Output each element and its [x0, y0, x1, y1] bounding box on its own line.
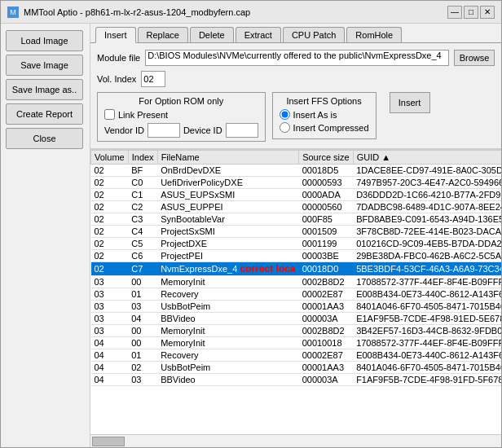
table-cell: MemoryInit [157, 276, 299, 288]
table-cell: E008B434-0E73-440C-8612-A143F6 [353, 288, 501, 301]
table-row[interactable]: 0303UsbBotPeim00001AA38401A046-6F70-4505… [91, 301, 502, 313]
main-window: M MMTool Aptio - p8h61-m-lx-r2-asus-1204… [0, 0, 502, 448]
create-report-button[interactable]: Create Report [6, 103, 83, 125]
tab-replace[interactable]: Replace [138, 27, 188, 42]
table-cell: 00 [128, 276, 157, 288]
insert-compressed-radio[interactable] [280, 122, 290, 133]
table-cell: MemoryInit [157, 325, 299, 337]
table-cell: MemoryInit [157, 337, 299, 349]
table-row[interactable]: 0304BBVideo000003AE1AF9F5B-7CDE-4F98-91E… [91, 313, 502, 325]
vendor-device-row: Vendor ID Device ID [104, 123, 258, 138]
table-row[interactable]: 02C4ProjectSxSMI00015093F78CB8D-72EE-414… [91, 226, 502, 238]
col-filename[interactable]: FileName [157, 151, 299, 165]
table-cell: 3F78CB8D-72EE-414E-B023-DACA0 [353, 226, 501, 238]
table-row[interactable]: 02C7NvmExpressDxe_4 correct loca00018D05… [91, 262, 502, 276]
save-image-button[interactable]: Save Image [6, 55, 83, 76]
modules-table: Volume Index FileName Source size GUID ▲… [90, 150, 501, 386]
table-row[interactable]: 02BFOnBrdDevDXE00018D51DACE8EE-CD97-491E… [91, 165, 502, 177]
table-row[interactable]: 02C6ProjectPEI00003BE29BE38DA-FBC0-462B-… [91, 250, 502, 262]
vol-index-input[interactable] [141, 71, 165, 87]
insert-as-is-label: Insert As is [293, 110, 337, 120]
table-cell: 03 [128, 301, 157, 313]
tab-cpu-patch[interactable]: CPU Patch [283, 27, 345, 42]
table-row[interactable]: 02C2ASUS_EUPPEI000005607DADBC98-6489-4D1… [91, 201, 502, 213]
table-row[interactable]: 0301Recovery00002E87E008B434-0E73-440C-8… [91, 288, 502, 301]
maximize-button[interactable]: □ [464, 6, 478, 19]
insert-button[interactable]: Insert [390, 92, 430, 113]
table-cell: C1 [128, 189, 157, 201]
table-cell: 03 [91, 301, 129, 313]
vendor-id-input[interactable] [148, 123, 180, 138]
browse-button[interactable]: Browse [454, 50, 495, 66]
load-image-button[interactable]: Load Image [6, 30, 83, 51]
table-cell: C7 [128, 262, 157, 276]
table-cell: 00 [128, 337, 157, 349]
table-row[interactable]: 0300MemoryInit0002B8D217088572-377F-44EF… [91, 276, 502, 288]
link-present-row: Link Present [104, 109, 258, 120]
table-cell: 00000593 [299, 177, 353, 189]
table-container[interactable]: Volume Index FileName Source size GUID ▲… [90, 149, 501, 434]
table-row[interactable]: 0402UsbBotPeim00001AA38401A046-6F70-4505… [91, 362, 502, 374]
close-button-left[interactable]: Close [6, 128, 83, 149]
table-row[interactable]: 02C1ASUS_EUPSxSMI0000ADAD36DDD2D-1C66-42… [91, 189, 502, 201]
tab-delete[interactable]: Delete [190, 27, 234, 42]
link-present-checkbox[interactable] [104, 109, 115, 120]
close-button[interactable]: ✕ [480, 6, 495, 19]
table-row[interactable]: 02C0UefiDriverPolicyDXE000005937497B957-… [91, 177, 502, 189]
table-row[interactable]: 0403BBVideo000003AF1AF9F5B-7CDE-4F98-91F… [91, 374, 502, 386]
table-cell: ProjectPEI [157, 250, 299, 262]
scrollbar-thumb[interactable] [92, 437, 125, 446]
table-cell: E1AF9F5B-7CDE-4F98-91ED-5E678E [353, 313, 501, 325]
table-cell: C2 [128, 201, 157, 213]
table-header-row: Volume Index FileName Source size GUID ▲ [91, 151, 502, 165]
table-cell: SynBootableVar [157, 213, 299, 226]
table-cell: 0002B8D2 [299, 276, 353, 288]
table-cell: 3B42EF57-16D3-44CB-8632-9FDB0E [353, 325, 501, 337]
table-cell: 8401A046-6F70-4505-8471-7015B40 [353, 301, 501, 313]
col-guid[interactable]: GUID ▲ [353, 151, 501, 165]
table-cell: 010216CD-9C09-4EB5-B7DA-DDA28 [353, 238, 501, 250]
table-cell: Recovery [157, 288, 299, 301]
table-cell: 5BE3BDF4-53CF-46A3-A6A9-73C344 [353, 262, 501, 276]
table-cell: 02 [91, 226, 129, 238]
col-source-size[interactable]: Source size [299, 151, 353, 165]
app-icon: M [7, 7, 19, 18]
table-row[interactable]: 0400MemoryInit0001001817088572-377F-44EF… [91, 337, 502, 349]
window-controls: — □ ✕ [447, 6, 495, 19]
title-bar: M MMTool Aptio - p8h61-m-lx-r2-asus-1204… [1, 1, 501, 24]
table-cell: ProjectDXE [157, 238, 299, 250]
table-row[interactable]: 02C5ProjectDXE0001199010216CD-9C09-4EB5-… [91, 238, 502, 250]
table-cell: 00010018 [299, 337, 353, 349]
option-rom-title: For Option ROM only [104, 96, 258, 106]
table-cell: C4 [128, 226, 157, 238]
table-cell: D36DDD2D-1C66-4210-B77A-2FD9F [353, 189, 501, 201]
table-cell: 1DACE8EE-CD97-491E-8A0C-305DE [353, 165, 501, 177]
table-cell: E008B434-0E73-440C-8612-A143F6 [353, 349, 501, 362]
table-cell: 01 [128, 288, 157, 301]
tab-romhole[interactable]: RomHole [346, 27, 402, 42]
table-cell: Recovery [157, 349, 299, 362]
save-image-as-button[interactable]: Save Image as.. [6, 79, 83, 100]
tab-insert[interactable]: Insert [95, 27, 136, 43]
insert-as-is-radio[interactable] [280, 109, 290, 120]
module-file-input[interactable]: D:\BIOS Modules\NVMe\currently offered t… [145, 50, 449, 66]
table-cell: 03 [91, 276, 129, 288]
table-row[interactable]: 02C3SynBootableVar000F85BFD8ABE9-C091-65… [91, 213, 502, 226]
horizontal-scrollbar[interactable] [90, 434, 501, 447]
col-volume[interactable]: Volume [91, 151, 129, 165]
table-cell: 000003A [299, 374, 353, 386]
tab-extract[interactable]: Extract [236, 27, 281, 42]
device-id-label: Device ID [183, 125, 222, 135]
table-cell: 17088572-377F-44EF-8F4E-B09FFF4 [353, 276, 501, 288]
minimize-button[interactable]: — [447, 6, 462, 19]
table-cell: BBVideo [157, 313, 299, 325]
table-cell: 00002E87 [299, 288, 353, 301]
ffs-options-title: Insert FFS Options [280, 96, 369, 106]
table-cell: 00018D0 [299, 262, 353, 276]
device-id-input[interactable] [226, 123, 258, 138]
table-cell: 00003BE [299, 250, 353, 262]
col-index[interactable]: Index [128, 151, 157, 165]
table-cell: ASUS_EUPPEI [157, 201, 299, 213]
table-row[interactable]: 0401Recovery00002E87E008B434-0E73-440C-8… [91, 349, 502, 362]
table-row[interactable]: 0300MemoryInit0002B8D23B42EF57-16D3-44CB… [91, 325, 502, 337]
